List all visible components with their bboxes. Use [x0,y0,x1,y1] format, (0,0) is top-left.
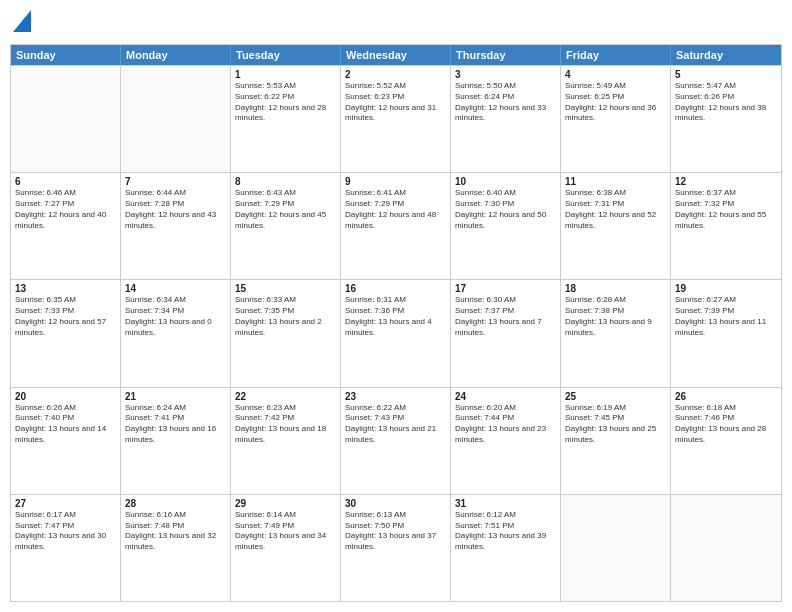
calendar-cell: 11Sunrise: 6:38 AMSunset: 7:31 PMDayligh… [561,173,671,279]
header [10,10,782,36]
cell-text: Sunrise: 6:30 AMSunset: 7:37 PMDaylight:… [455,295,556,338]
calendar-cell: 12Sunrise: 6:37 AMSunset: 7:32 PMDayligh… [671,173,781,279]
calendar-cell: 15Sunrise: 6:33 AMSunset: 7:35 PMDayligh… [231,280,341,386]
svg-marker-0 [13,10,31,32]
day-number: 29 [235,498,336,509]
calendar-cell: 29Sunrise: 6:14 AMSunset: 7:49 PMDayligh… [231,495,341,601]
calendar-cell: 28Sunrise: 6:16 AMSunset: 7:48 PMDayligh… [121,495,231,601]
cell-text: Sunrise: 6:13 AMSunset: 7:50 PMDaylight:… [345,510,446,553]
calendar-cell: 16Sunrise: 6:31 AMSunset: 7:36 PMDayligh… [341,280,451,386]
day-number: 3 [455,69,556,80]
calendar-cell [121,66,231,172]
cell-text: Sunrise: 6:27 AMSunset: 7:39 PMDaylight:… [675,295,777,338]
day-number: 30 [345,498,446,509]
calendar-cell: 18Sunrise: 6:28 AMSunset: 7:38 PMDayligh… [561,280,671,386]
day-number: 18 [565,283,666,294]
day-number: 23 [345,391,446,402]
day-number: 27 [15,498,116,509]
header-day-monday: Monday [121,45,231,65]
calendar-cell: 22Sunrise: 6:23 AMSunset: 7:42 PMDayligh… [231,388,341,494]
cell-text: Sunrise: 5:52 AMSunset: 6:23 PMDaylight:… [345,81,446,124]
day-number: 2 [345,69,446,80]
day-number: 13 [15,283,116,294]
calendar-cell: 20Sunrise: 6:26 AMSunset: 7:40 PMDayligh… [11,388,121,494]
day-number: 11 [565,176,666,187]
cell-text: Sunrise: 6:35 AMSunset: 7:33 PMDaylight:… [15,295,116,338]
calendar-cell: 2Sunrise: 5:52 AMSunset: 6:23 PMDaylight… [341,66,451,172]
cell-text: Sunrise: 6:38 AMSunset: 7:31 PMDaylight:… [565,188,666,231]
cell-text: Sunrise: 6:19 AMSunset: 7:45 PMDaylight:… [565,403,666,446]
cell-text: Sunrise: 6:23 AMSunset: 7:42 PMDaylight:… [235,403,336,446]
day-number: 20 [15,391,116,402]
header-day-wednesday: Wednesday [341,45,451,65]
cell-text: Sunrise: 5:47 AMSunset: 6:26 PMDaylight:… [675,81,777,124]
header-day-friday: Friday [561,45,671,65]
calendar-row-0: 1Sunrise: 5:53 AMSunset: 6:22 PMDaylight… [11,65,781,172]
cell-text: Sunrise: 6:43 AMSunset: 7:29 PMDaylight:… [235,188,336,231]
day-number: 12 [675,176,777,187]
calendar-cell: 3Sunrise: 5:50 AMSunset: 6:24 PMDaylight… [451,66,561,172]
day-number: 9 [345,176,446,187]
cell-text: Sunrise: 6:46 AMSunset: 7:27 PMDaylight:… [15,188,116,231]
cell-text: Sunrise: 5:53 AMSunset: 6:22 PMDaylight:… [235,81,336,124]
calendar-body: 1Sunrise: 5:53 AMSunset: 6:22 PMDaylight… [11,65,781,601]
day-number: 6 [15,176,116,187]
cell-text: Sunrise: 6:37 AMSunset: 7:32 PMDaylight:… [675,188,777,231]
day-number: 25 [565,391,666,402]
cell-text: Sunrise: 6:41 AMSunset: 7:29 PMDaylight:… [345,188,446,231]
cell-text: Sunrise: 6:24 AMSunset: 7:41 PMDaylight:… [125,403,226,446]
page: SundayMondayTuesdayWednesdayThursdayFrid… [0,0,792,612]
calendar-cell: 25Sunrise: 6:19 AMSunset: 7:45 PMDayligh… [561,388,671,494]
day-number: 5 [675,69,777,80]
cell-text: Sunrise: 6:22 AMSunset: 7:43 PMDaylight:… [345,403,446,446]
cell-text: Sunrise: 6:20 AMSunset: 7:44 PMDaylight:… [455,403,556,446]
cell-text: Sunrise: 5:49 AMSunset: 6:25 PMDaylight:… [565,81,666,124]
calendar-row-4: 27Sunrise: 6:17 AMSunset: 7:47 PMDayligh… [11,494,781,601]
day-number: 14 [125,283,226,294]
calendar-cell: 30Sunrise: 6:13 AMSunset: 7:50 PMDayligh… [341,495,451,601]
calendar-header: SundayMondayTuesdayWednesdayThursdayFrid… [11,45,781,65]
calendar-cell: 27Sunrise: 6:17 AMSunset: 7:47 PMDayligh… [11,495,121,601]
calendar: SundayMondayTuesdayWednesdayThursdayFrid… [10,44,782,602]
calendar-cell: 13Sunrise: 6:35 AMSunset: 7:33 PMDayligh… [11,280,121,386]
cell-text: Sunrise: 6:28 AMSunset: 7:38 PMDaylight:… [565,295,666,338]
cell-text: Sunrise: 6:26 AMSunset: 7:40 PMDaylight:… [15,403,116,446]
calendar-cell: 10Sunrise: 6:40 AMSunset: 7:30 PMDayligh… [451,173,561,279]
calendar-cell: 6Sunrise: 6:46 AMSunset: 7:27 PMDaylight… [11,173,121,279]
day-number: 17 [455,283,556,294]
calendar-cell: 4Sunrise: 5:49 AMSunset: 6:25 PMDaylight… [561,66,671,172]
day-number: 26 [675,391,777,402]
logo [10,10,31,36]
calendar-row-2: 13Sunrise: 6:35 AMSunset: 7:33 PMDayligh… [11,279,781,386]
calendar-cell [11,66,121,172]
day-number: 4 [565,69,666,80]
calendar-cell: 9Sunrise: 6:41 AMSunset: 7:29 PMDaylight… [341,173,451,279]
header-day-saturday: Saturday [671,45,781,65]
day-number: 24 [455,391,556,402]
cell-text: Sunrise: 6:44 AMSunset: 7:28 PMDaylight:… [125,188,226,231]
header-day-sunday: Sunday [11,45,121,65]
cell-text: Sunrise: 6:34 AMSunset: 7:34 PMDaylight:… [125,295,226,338]
cell-text: Sunrise: 6:33 AMSunset: 7:35 PMDaylight:… [235,295,336,338]
calendar-cell [561,495,671,601]
day-number: 21 [125,391,226,402]
calendar-cell: 5Sunrise: 5:47 AMSunset: 6:26 PMDaylight… [671,66,781,172]
calendar-cell: 8Sunrise: 6:43 AMSunset: 7:29 PMDaylight… [231,173,341,279]
calendar-cell: 7Sunrise: 6:44 AMSunset: 7:28 PMDaylight… [121,173,231,279]
calendar-cell: 14Sunrise: 6:34 AMSunset: 7:34 PMDayligh… [121,280,231,386]
calendar-cell: 24Sunrise: 6:20 AMSunset: 7:44 PMDayligh… [451,388,561,494]
cell-text: Sunrise: 6:31 AMSunset: 7:36 PMDaylight:… [345,295,446,338]
calendar-cell: 26Sunrise: 6:18 AMSunset: 7:46 PMDayligh… [671,388,781,494]
cell-text: Sunrise: 6:12 AMSunset: 7:51 PMDaylight:… [455,510,556,553]
day-number: 7 [125,176,226,187]
cell-text: Sunrise: 6:16 AMSunset: 7:48 PMDaylight:… [125,510,226,553]
cell-text: Sunrise: 5:50 AMSunset: 6:24 PMDaylight:… [455,81,556,124]
day-number: 8 [235,176,336,187]
calendar-cell: 19Sunrise: 6:27 AMSunset: 7:39 PMDayligh… [671,280,781,386]
logo-icon [13,10,31,32]
calendar-cell: 21Sunrise: 6:24 AMSunset: 7:41 PMDayligh… [121,388,231,494]
header-day-thursday: Thursday [451,45,561,65]
calendar-row-1: 6Sunrise: 6:46 AMSunset: 7:27 PMDaylight… [11,172,781,279]
day-number: 1 [235,69,336,80]
day-number: 31 [455,498,556,509]
